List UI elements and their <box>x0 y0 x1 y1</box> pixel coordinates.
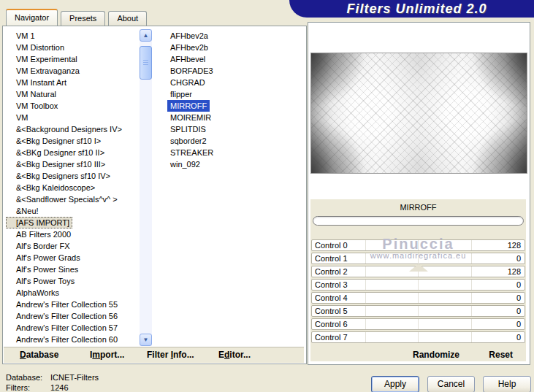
filter-item[interactable]: AFHbev2b <box>167 42 302 53</box>
tab-navigator[interactable]: Navigator <box>6 9 58 26</box>
bottom-menu-strip: Database Import... Filter Info... Editor… <box>4 347 304 363</box>
category-item[interactable]: AlphaWorks <box>6 287 139 299</box>
window-title: Filters Unlimited 2.0 <box>336 1 487 17</box>
category-item[interactable]: Andrew's Filter Collection 57 <box>6 322 139 334</box>
category-list: VM 1 VM Distortion VM Experimental VM Ex… <box>6 30 139 345</box>
title-banner: Filters Unlimited 2.0 <box>289 0 534 18</box>
filter-item[interactable]: win_092 <box>167 158 302 170</box>
category-item[interactable]: &<BKg Designer sf10 II> <box>6 147 139 158</box>
filter-info-menu-button[interactable]: Filter Info... <box>147 350 194 360</box>
filter-item[interactable]: CHGRAD <box>167 77 302 88</box>
category-item[interactable]: Alf's Power Sines <box>6 264 139 275</box>
tab-bar: Navigator Presets About <box>6 9 147 26</box>
menu-accel: D <box>20 350 26 360</box>
database-menu-button[interactable]: Database <box>20 350 58 360</box>
filter-item[interactable]: STREAKER <box>167 147 302 158</box>
category-item[interactable]: Andrew's Filter Collection 55 <box>6 299 139 310</box>
control-slider-row[interactable]: Control 30 <box>311 279 525 291</box>
filter-item-selected[interactable]: MIRROFF <box>167 100 210 112</box>
menu-label-part: atabase <box>26 350 59 360</box>
status-value: ICNET-Filters <box>50 373 99 382</box>
import-menu-button[interactable]: Import... <box>90 350 124 360</box>
category-item[interactable]: &<Background Designers IV> <box>6 123 139 135</box>
apply-button[interactable]: Apply <box>371 376 419 392</box>
category-item[interactable]: VM <box>6 112 139 123</box>
category-item[interactable]: VM Experimental <box>6 53 139 65</box>
control-label: Control 4 <box>315 293 348 303</box>
category-item[interactable]: &<Bkg Designer sf10 I> <box>6 135 139 147</box>
menu-label-part: E <box>218 350 224 360</box>
tab-about[interactable]: About <box>108 11 147 26</box>
control-slider-row[interactable]: Control 2128 <box>311 266 525 277</box>
control-slider-row[interactable]: Control 0128 <box>311 239 525 251</box>
control-label: Control 2 <box>315 266 348 277</box>
control-label: Control 6 <box>315 319 348 329</box>
control-slider-row[interactable]: Control 40 <box>311 292 525 304</box>
menu-accel: m <box>92 350 100 360</box>
control-slider-row[interactable]: Control 70 <box>311 331 525 343</box>
down-arrow-icon: ▼ <box>143 337 149 343</box>
category-item[interactable]: &<Bkg Designers sf10 IV> <box>6 170 139 182</box>
filter-item[interactable]: SPLITDIS <box>167 123 302 135</box>
help-button[interactable]: Help <box>483 376 531 392</box>
control-slider-row[interactable]: Control 50 <box>311 305 525 317</box>
category-item[interactable]: Alf's Border FX <box>6 240 139 252</box>
editor-menu-button[interactable]: Editor... <box>218 350 251 360</box>
control-slider-row[interactable]: Control 60 <box>311 318 525 330</box>
control-label: Control 5 <box>315 306 348 316</box>
category-item[interactable]: Alf's Power Grads <box>6 252 139 264</box>
control-value: 0 <box>516 293 521 303</box>
menu-label-part: itor... <box>229 350 251 360</box>
control-label: Control 7 <box>315 332 348 342</box>
category-item[interactable]: Andrew's Filter Collection 60 <box>6 334 139 345</box>
category-item[interactable]: VM Instant Art <box>6 77 139 88</box>
randomize-button[interactable]: Randomize <box>413 350 459 360</box>
control-label: Control 3 <box>315 280 348 290</box>
category-item-selected[interactable]: [AFS IMPORT] <box>6 217 72 228</box>
menu-label-part: port... <box>100 350 124 360</box>
selected-filter-name: MIRROFF <box>310 203 526 212</box>
category-item[interactable]: &<Sandflower Specials^v^ > <box>6 193 139 205</box>
category-item[interactable]: &Neu! <box>6 205 139 217</box>
menu-label-part: Filter <box>147 350 171 360</box>
category-item[interactable]: VM Toolbox <box>6 100 139 112</box>
control-value: 128 <box>508 266 521 277</box>
scroll-down-button[interactable]: ▼ <box>140 334 152 346</box>
category-item[interactable]: Andrew's Filter Collection 56 <box>6 310 139 322</box>
category-item[interactable]: VM Natural <box>6 88 139 100</box>
status-database: Database: ICNET-Filters <box>6 373 99 382</box>
filter-item[interactable]: AFHbevel <box>167 53 302 65</box>
control-value: 0 <box>516 306 521 316</box>
reset-button[interactable]: Reset <box>489 350 513 360</box>
tab-presets[interactable]: Presets <box>61 11 105 26</box>
filter-item[interactable]: BORFADE3 <box>167 65 302 77</box>
filter-item[interactable]: AFHbev2a <box>167 30 302 42</box>
menu-label-part: nfo... <box>173 350 194 360</box>
scroll-up-button[interactable]: ▲ <box>140 29 152 42</box>
control-label: Control 1 <box>315 253 348 264</box>
filter-item[interactable]: flipper <box>167 88 302 100</box>
status-filter-count: Filters: 1246 <box>6 383 69 392</box>
scrollbar-thumb[interactable] <box>140 46 152 80</box>
filter-item[interactable]: MOIREMIR <box>167 112 302 123</box>
category-item[interactable]: AB Filters 2000 <box>6 228 139 240</box>
category-item[interactable]: VM Distortion <box>6 42 139 53</box>
control-slider-row[interactable]: Control 10 <box>311 253 525 264</box>
controls-panel: MIRROFF Pinuccia www.maidiregrafica.eu C… <box>310 199 526 361</box>
status-label: Database: <box>6 373 48 382</box>
category-scrollbar[interactable]: ▲ ▼ <box>140 29 152 346</box>
category-item[interactable]: VM Extravaganza <box>6 65 139 77</box>
control-value: 0 <box>516 253 521 264</box>
progress-slider[interactable] <box>313 216 524 226</box>
category-item[interactable]: VM 1 <box>6 30 139 42</box>
category-item[interactable]: Alf's Power Toys <box>6 275 139 287</box>
category-item[interactable]: &<Bkg Designer sf10 III> <box>6 158 139 170</box>
control-value: 0 <box>516 332 521 342</box>
cancel-button[interactable]: Cancel <box>427 376 475 392</box>
filters-unlimited-dialog: Filters Unlimited 2.0 Navigator Presets … <box>0 0 534 392</box>
category-item[interactable]: &<Bkg Kaleidoscope> <box>6 182 139 193</box>
filter-item[interactable]: sqborder2 <box>167 135 302 147</box>
control-value: 0 <box>516 319 521 329</box>
status-value: 1246 <box>50 383 68 392</box>
control-value: 128 <box>508 240 521 250</box>
